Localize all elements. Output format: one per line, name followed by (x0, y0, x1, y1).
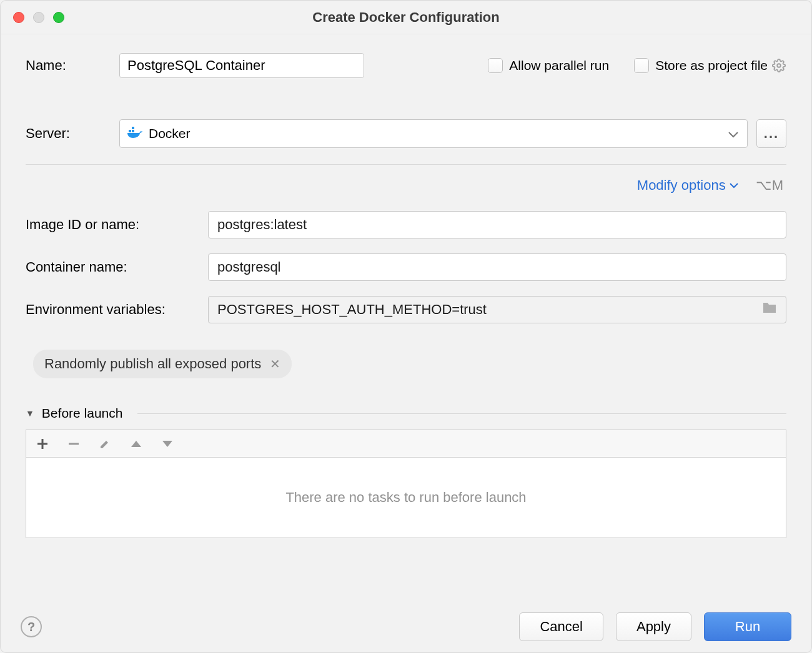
random-ports-label: Randomly publish all exposed ports (44, 356, 261, 372)
remove-task-button (66, 436, 81, 451)
allow-parallel-checkbox-group[interactable]: Allow parallel run (488, 58, 609, 73)
modify-options-shortcut: ⌥M (756, 177, 784, 194)
env-vars-label: Environment variables: (26, 302, 208, 318)
env-vars-row: Environment variables: POSTGRES_HOST_AUT… (26, 296, 786, 323)
store-project-checkbox[interactable] (634, 58, 649, 73)
close-icon[interactable]: ✕ (270, 356, 280, 371)
image-id-input[interactable] (208, 211, 786, 238)
cancel-button[interactable]: Cancel (519, 612, 603, 641)
close-window-button[interactable] (13, 12, 24, 23)
folder-icon[interactable] (762, 302, 777, 318)
server-value: Docker (149, 126, 191, 141)
modify-options-row: Modify options ⌥M (26, 177, 786, 194)
name-label: Name: (26, 57, 94, 74)
svg-rect-3 (132, 127, 134, 129)
modify-options-label: Modify options (637, 177, 726, 194)
store-project-checkbox-group[interactable]: Store as project file (634, 58, 768, 73)
name-input[interactable] (119, 53, 364, 78)
env-vars-value: POSTGRES_HOST_AUTH_METHOD=trust (217, 302, 487, 318)
dialog-footer: ? Cancel Apply Run (1, 601, 811, 652)
minimize-window-button (33, 12, 44, 23)
container-name-input[interactable] (208, 253, 786, 281)
svg-point-0 (777, 64, 781, 67)
container-name-row: Container name: (26, 253, 786, 281)
help-button[interactable]: ? (21, 616, 42, 637)
chevron-down-icon (730, 183, 738, 189)
move-down-button (160, 436, 175, 451)
zoom-window-button[interactable] (53, 12, 64, 23)
dialog-content: Name: Allow parallel run Store as projec… (1, 34, 811, 601)
apply-button[interactable]: Apply (616, 612, 691, 641)
image-id-row: Image ID or name: (26, 211, 786, 238)
ellipsis-icon: ... (764, 125, 779, 142)
random-ports-chip[interactable]: Randomly publish all exposed ports ✕ (33, 350, 292, 378)
env-vars-input[interactable]: POSTGRES_HOST_AUTH_METHOD=trust (208, 296, 786, 323)
server-browse-button[interactable]: ... (756, 119, 786, 148)
store-project-label: Store as project file (655, 58, 768, 73)
server-row: Server: Docker ... (26, 119, 786, 148)
add-task-button[interactable] (35, 436, 50, 451)
section-divider (137, 413, 786, 414)
divider (26, 164, 786, 165)
traffic-lights (13, 12, 64, 23)
modify-options-link[interactable]: Modify options (637, 177, 738, 194)
allow-parallel-label: Allow parallel run (509, 58, 609, 73)
before-launch-header[interactable]: ▼ Before launch (26, 406, 786, 421)
allow-parallel-checkbox[interactable] (488, 58, 503, 73)
dialog-window: Create Docker Configuration Name: Allow … (0, 0, 812, 653)
empty-task-message: There are no tasks to run before launch (285, 489, 526, 506)
before-launch-task-list: There are no tasks to run before launch (26, 457, 786, 538)
run-button[interactable]: Run (704, 612, 791, 641)
image-id-label: Image ID or name: (26, 217, 208, 233)
titlebar: Create Docker Configuration (1, 1, 811, 34)
move-up-button (129, 436, 144, 451)
container-name-label: Container name: (26, 259, 208, 275)
docker-icon (127, 126, 142, 142)
server-select[interactable]: Docker (119, 119, 748, 148)
svg-rect-2 (132, 130, 134, 132)
before-launch-toolbar (26, 430, 786, 457)
gear-icon[interactable] (771, 58, 786, 73)
edit-task-button (97, 436, 112, 451)
window-title: Create Docker Configuration (1, 9, 811, 26)
name-row: Name: Allow parallel run Store as projec… (26, 53, 786, 78)
chevron-down-icon (728, 126, 738, 141)
collapse-triangle-icon: ▼ (26, 408, 34, 418)
server-label: Server: (26, 125, 94, 142)
svg-rect-1 (129, 130, 131, 132)
before-launch-title: Before launch (42, 406, 123, 421)
